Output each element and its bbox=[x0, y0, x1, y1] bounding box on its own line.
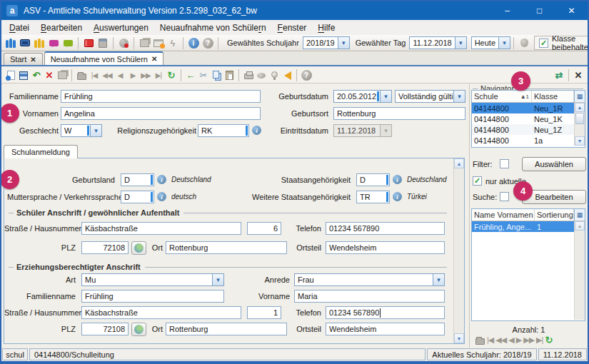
dokumente-icon[interactable] bbox=[137, 36, 151, 50]
geschlecht-select[interactable]: W▾ bbox=[61, 124, 102, 137]
ort-field[interactable]: Rottenburg bbox=[166, 241, 287, 254]
scroll-down-icon[interactable]: ▼ bbox=[575, 136, 585, 146]
eb-ort-field[interactable]: Rottenburg bbox=[166, 323, 287, 335]
blitz-icon[interactable]: ϟ bbox=[166, 36, 180, 50]
form-scrollbar[interactable]: ▲ ▼ bbox=[453, 158, 464, 343]
anrede-select[interactable]: Frau▾ bbox=[294, 273, 445, 286]
einstellungen-icon[interactable] bbox=[116, 36, 131, 50]
hausnummer-field[interactable]: 6 bbox=[247, 222, 281, 235]
schuljahr-select[interactable]: 2018/19▾ bbox=[303, 36, 350, 49]
eb-familienname-field[interactable]: Frühling bbox=[81, 290, 224, 303]
back-icon[interactable]: ← bbox=[184, 69, 197, 82]
fast-back-icon[interactable]: ◀◀ bbox=[495, 335, 506, 345]
staatsang-field[interactable]: D bbox=[356, 173, 390, 186]
eb-hausnummer-field[interactable]: 1 bbox=[247, 306, 281, 319]
table-row[interactable]: 04144800Neu_1R bbox=[472, 103, 585, 113]
plz-field[interactable]: 72108 bbox=[81, 241, 129, 254]
gueltigkeit-select[interactable]: Vollständig gültig▾ bbox=[395, 90, 465, 103]
tag-select[interactable]: 11.12.2018▾ bbox=[409, 36, 466, 49]
col-klasse[interactable]: Klasse bbox=[532, 91, 574, 102]
save-icon[interactable] bbox=[17, 69, 30, 82]
eb-plz-field[interactable]: 72108 bbox=[81, 323, 129, 335]
auswaehlen-button[interactable]: Auswählen bbox=[522, 157, 586, 171]
scroll-down-icon[interactable]: ▼ bbox=[454, 333, 464, 343]
first-record-icon[interactable]: |◀ bbox=[88, 69, 101, 82]
minimize-button[interactable]: – bbox=[491, 1, 523, 20]
fast-back-icon[interactable]: ◀◀ bbox=[101, 69, 114, 82]
first-record-icon[interactable]: |◀ bbox=[487, 335, 493, 345]
chat-magenta-icon[interactable] bbox=[46, 36, 61, 50]
delete-icon[interactable]: ✕ bbox=[43, 69, 56, 82]
plz-lookup-button[interactable] bbox=[131, 241, 146, 255]
notify-horn-icon[interactable] bbox=[281, 69, 293, 82]
undo-icon[interactable]: ↶ bbox=[30, 69, 43, 82]
menu-auswertungen[interactable]: Auswertungen bbox=[88, 21, 154, 34]
klassen-icon[interactable] bbox=[18, 36, 32, 50]
export-icon[interactable] bbox=[255, 69, 268, 82]
cut-icon[interactable]: ✂ bbox=[197, 69, 210, 82]
tab-schulanmeldung[interactable]: Schulanmeldung bbox=[4, 145, 78, 158]
duplicate-icon[interactable] bbox=[56, 69, 69, 82]
info-icon[interactable]: i bbox=[252, 126, 261, 135]
druck-icon[interactable] bbox=[96, 36, 110, 50]
menu-fenster[interactable]: Fenster bbox=[272, 21, 313, 34]
school-table-scrollbar[interactable]: ▲ ▼ bbox=[574, 103, 585, 146]
tab-neuaufnahme[interactable]: Neuaufnahme von Schülern ✕ bbox=[44, 51, 164, 65]
prev-record-icon[interactable]: ◀ bbox=[508, 335, 513, 345]
scroll-up-icon[interactable]: ▲ bbox=[575, 103, 585, 112]
info-icon[interactable]: i bbox=[393, 192, 402, 201]
geburtsdatum-field[interactable]: 20.05.2012▾ bbox=[333, 90, 392, 103]
new-record-icon[interactable] bbox=[4, 69, 17, 82]
refresh-icon[interactable]: ↻ bbox=[165, 69, 178, 82]
last-record-icon[interactable]: ▶| bbox=[536, 335, 543, 345]
art-select[interactable]: Mu▾ bbox=[81, 273, 224, 286]
scroll-up-icon[interactable]: ▲ bbox=[454, 158, 464, 168]
weitere-staatsang-field[interactable]: TR bbox=[356, 191, 390, 203]
table-row[interactable]: 04144800Neu_1K bbox=[472, 113, 585, 124]
fenster-icon[interactable] bbox=[151, 36, 166, 50]
folder-icon[interactable] bbox=[475, 338, 485, 345]
info-icon[interactable]: i bbox=[393, 175, 402, 184]
maximize-button[interactable]: □ bbox=[523, 1, 555, 20]
hint-bulb-icon[interactable] bbox=[268, 69, 281, 82]
prev-record-icon[interactable]: ◀ bbox=[114, 69, 126, 82]
next-record-icon[interactable]: ▶ bbox=[126, 69, 139, 82]
help-icon[interactable]: ? bbox=[300, 69, 313, 82]
eb-strasse-field[interactable]: Käsbachstraße bbox=[81, 306, 241, 319]
table-row[interactable]: 04144800Neu_1Z bbox=[472, 124, 585, 135]
telefon-icon[interactable] bbox=[517, 36, 531, 50]
column-config-icon[interactable]: ▦ bbox=[574, 91, 585, 102]
copy-icon[interactable] bbox=[210, 69, 223, 82]
menu-hilfe[interactable]: Hilfe bbox=[312, 21, 341, 34]
table-row[interactable]: Frühling, Ange...1 bbox=[472, 221, 585, 232]
col-name-vornamen[interactable]: Name Vornamen bbox=[472, 209, 535, 221]
scroll-up-icon[interactable]: ▲ bbox=[575, 221, 585, 231]
eb-vorname-field[interactable]: Maria bbox=[294, 290, 445, 303]
vornamen-field[interactable]: Angelina bbox=[61, 107, 261, 120]
info-icon[interactable]: i bbox=[157, 192, 166, 201]
last-record-icon[interactable]: ▶| bbox=[152, 69, 165, 82]
next-record-icon[interactable]: ▶ bbox=[516, 335, 521, 345]
paste-icon[interactable] bbox=[223, 69, 236, 82]
schueler-icon[interactable] bbox=[4, 36, 18, 50]
eb-ortsteil-field[interactable]: Wendelsheim bbox=[326, 323, 445, 335]
klasse-beibehalten-checkbox[interactable]: ✓ bbox=[539, 39, 548, 48]
tab-start[interactable]: Start ✕ bbox=[4, 53, 43, 65]
nur-aktuelle-checkbox[interactable]: ✓ bbox=[473, 176, 482, 186]
close-button[interactable]: ✕ bbox=[555, 1, 588, 20]
geburtsort-field[interactable]: Rottenburg bbox=[333, 107, 465, 120]
pupil-table-scrollbar[interactable]: ▲ bbox=[574, 221, 585, 320]
refresh-icon[interactable]: ↻ bbox=[545, 335, 553, 345]
filter-checkbox[interactable] bbox=[500, 159, 509, 168]
info-icon[interactable]: i bbox=[186, 36, 201, 50]
muttersprache-field[interactable]: D bbox=[121, 191, 154, 203]
lehrkraefte-icon[interactable] bbox=[32, 36, 46, 50]
folder-icon[interactable] bbox=[75, 69, 88, 82]
info-icon[interactable]: i bbox=[157, 175, 166, 184]
ortsteil-field[interactable]: Wendelsheim bbox=[326, 241, 445, 254]
col-schule[interactable]: Schule▲1 bbox=[472, 91, 532, 102]
fast-forward-icon[interactable]: ▶▶ bbox=[523, 335, 534, 345]
col-sortierung[interactable]: Sortierung▲ bbox=[535, 209, 574, 221]
close-tab-icon[interactable]: ✕ bbox=[30, 56, 36, 64]
chat-green-icon[interactable] bbox=[61, 36, 75, 50]
